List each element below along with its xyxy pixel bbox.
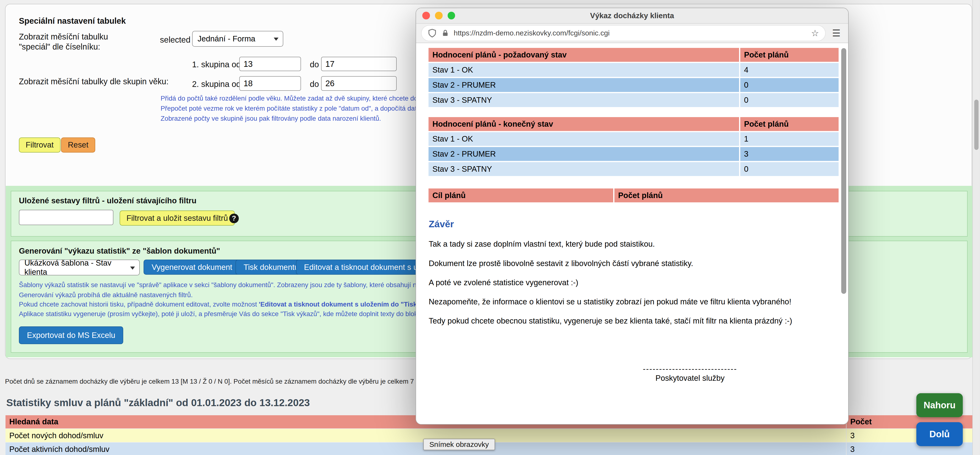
url-field[interactable]: https://nzdm-demo.neziskovky.com/fcgi/so… <box>421 25 826 41</box>
table-row: Stav 3 - SPATNY 0 <box>428 162 838 176</box>
table-row: Stav 1 - OK 4 <box>428 63 838 77</box>
table-row: Stav 2 - PRUMER 3 <box>428 147 838 161</box>
template-select[interactable]: Ukázková šablona - Stav klienta <box>19 260 140 275</box>
table-cell: 0 <box>740 93 838 107</box>
saved-filters-title: Uložené sestavy filtrů - uložení stávají… <box>19 196 196 205</box>
group1-label: 1. skupina od <box>192 60 241 69</box>
generation-help-line-2: Generování výkazů probíhá dle aktuálně n… <box>19 291 192 299</box>
do-label-2: do <box>310 80 319 89</box>
table-header-cell: Hodnocení plánů - požadovaný stav <box>428 48 739 62</box>
table-cell: Stav 3 - SPATNY <box>428 162 739 176</box>
conclusion-paragraph: Nezapomeňte, že informace o klientovi se… <box>429 297 837 306</box>
table-header-cell: Cíl plánů <box>428 188 613 202</box>
scroll-bottom-button[interactable]: Dolů <box>916 422 963 446</box>
template-select-value: Ukázková šablona - Stav klienta <box>24 259 126 276</box>
help-icon[interactable]: ? <box>229 214 239 223</box>
lock-icon[interactable] <box>441 29 449 37</box>
bookmark-star-icon[interactable]: ☆ <box>811 28 819 38</box>
conclusion-paragraph: A poté ve zvolené statistice vygenerovat… <box>429 278 837 287</box>
table-header-cell: Počet plánů <box>740 117 838 131</box>
page-scrollbar[interactable] <box>972 0 980 455</box>
generation-title: Generování "výkazu statistik" ze "šablon… <box>19 246 220 255</box>
page-scrollbar-thumb[interactable] <box>974 100 978 150</box>
conclusion-paragraph: Tedy pokud chcete obecnou statistiku, vy… <box>429 316 837 326</box>
stats-section-title: Statistiky smluv a plánů "základní" od 0… <box>6 397 310 409</box>
popup-window: Výkaz docházky klienta https://nzdm-demo… <box>415 8 849 425</box>
plans-final-state-table: Hodnocení plánů - konečný stav Počet plá… <box>427 116 840 177</box>
table-cell: Stav 1 - OK <box>428 63 739 77</box>
table-row: Stav 3 - SPATNY 0 <box>428 93 838 107</box>
table-row: Stav 2 - PRUMER 0 <box>428 78 838 92</box>
ciselnik-select[interactable]: Jednání - Forma <box>192 31 283 47</box>
table-cell: Stav 3 - SPATNY <box>428 93 739 107</box>
signature-label: Poskytovatel služby <box>586 374 794 383</box>
group2-label: 2. skupina od <box>192 80 241 89</box>
table-cell: Stav 2 - PRUMER <box>428 147 739 161</box>
saved-filter-name-input[interactable] <box>19 210 113 225</box>
menu-icon[interactable]: ☰ <box>829 27 843 38</box>
table-header-row: Hodnocení plánů - požadovaný stav Počet … <box>428 48 838 62</box>
group2-from-input[interactable] <box>239 76 301 91</box>
signature-block: ----------------------------- Poskytovat… <box>586 364 794 383</box>
table-cell: 1 <box>740 132 838 146</box>
table-row: Stav 1 - OK 1 <box>428 132 838 146</box>
table-header-row: Hodnocení plánů - konečný stav Počet plá… <box>428 117 838 131</box>
shield-icon[interactable] <box>428 29 437 38</box>
ciselnik-label-line1: Zobrazit měsíční tabulku <box>19 32 108 42</box>
conclusion-paragraph: Tak a tady si zase doplním vlastní text,… <box>429 239 837 249</box>
table-header-cell: Počet plánů <box>740 48 838 62</box>
selected-label: selected <box>160 35 191 45</box>
table-cell: 3 <box>740 147 838 161</box>
table-cell: Stav 2 - PRUMER <box>428 78 739 92</box>
chevron-down-icon <box>274 38 278 41</box>
plans-required-state-table: Hodnocení plánů - požadovaný stav Počet … <box>427 47 840 108</box>
table-header-row: Cíl plánů Počet plánů <box>428 188 838 202</box>
popup-titlebar[interactable]: Výkaz docházky klienta <box>416 8 848 24</box>
zoom-button[interactable] <box>448 12 455 19</box>
table-cell: Stav 1 - OK <box>428 132 739 146</box>
chevron-down-icon <box>130 267 135 270</box>
popup-scrollbar-thumb[interactable] <box>841 48 846 294</box>
minimize-button[interactable] <box>435 12 442 19</box>
group1-from-input[interactable] <box>239 57 301 71</box>
table-header-cell: Počet plánů <box>614 188 839 202</box>
group2-to-input[interactable] <box>321 76 397 91</box>
table-cell: 4 <box>740 63 838 77</box>
application-window: Speciální nastavení tabulek Zobrazit měs… <box>0 0 980 455</box>
save-filter-button[interactable]: Filtrovat a uložit sestavu filtrů <box>119 211 235 225</box>
browser-toolbar: https://nzdm-demo.neziskovky.com/fcgi/so… <box>416 24 848 43</box>
signature-line: ----------------------------- <box>586 364 794 374</box>
url-text: https://nzdm-demo.neziskovky.com/fcgi/so… <box>453 29 807 37</box>
export-excel-button[interactable]: Exportovat do MS Excelu <box>19 326 123 344</box>
popup-scrollbar[interactable] <box>841 44 846 417</box>
special-settings-title: Speciální nastavení tabulek <box>19 16 126 26</box>
do-label-1: do <box>310 60 319 69</box>
conclusion-paragraph: Dokument lze prostě libovolně sestavit z… <box>429 259 837 268</box>
table-header-cell: Hodnocení plánů - konečný stav <box>428 117 739 131</box>
age-groups-label: Zobrazit měsíční tabulky dle skupin věku… <box>19 77 169 86</box>
conclusion-title: Závěr <box>429 219 837 230</box>
filter-button[interactable]: Filtrovat <box>19 137 60 153</box>
generate-document-button[interactable]: Vygenerovat dokument <box>143 260 240 275</box>
table-cell: 0 <box>740 162 838 176</box>
window-controls <box>422 12 455 19</box>
plans-goal-table: Cíl plánů Počet plánů <box>427 187 840 204</box>
generation-help-line-3: Pokud chcete zachovat historii tisku, př… <box>19 300 452 308</box>
popup-title: Výkaz docházky klienta <box>416 8 848 23</box>
scroll-top-button[interactable]: Nahoru <box>916 393 963 417</box>
screenshot-tooltip: Snímek obrazovky <box>423 439 495 450</box>
age-help-line-1: Přidá do počtů také rozdělení podle věku… <box>161 94 432 102</box>
age-help-line-3: Zobrazené počty ve skupině jsou pak filt… <box>161 115 381 122</box>
ciselnik-label-line2: "speciál" dle číselníku: <box>19 42 100 51</box>
group1-to-input[interactable] <box>321 57 397 71</box>
reset-button[interactable]: Reset <box>61 137 95 153</box>
close-button[interactable] <box>422 12 430 19</box>
popup-content: Hodnocení plánů - požadovaný stav Počet … <box>416 43 848 425</box>
ciselnik-select-value: Jednání - Forma <box>197 34 255 43</box>
table-cell: 0 <box>740 78 838 92</box>
